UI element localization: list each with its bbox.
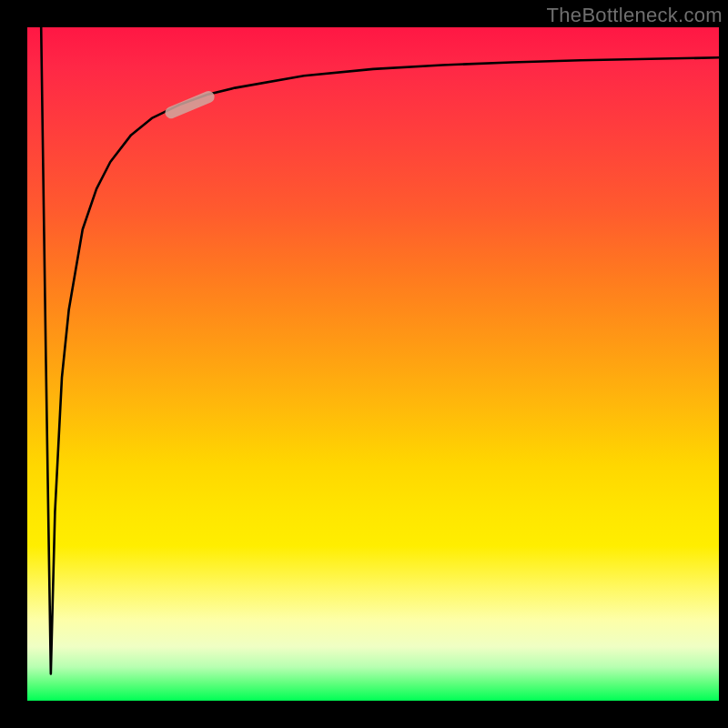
- highlight-pill: [163, 89, 216, 120]
- watermark-text: TheBottleneck.com: [547, 4, 723, 27]
- plot-area: [27, 27, 719, 701]
- chart-stage: TheBottleneck.com: [0, 0, 728, 728]
- bottleneck-curve: [41, 27, 719, 673]
- curve-layer: [27, 27, 719, 701]
- svg-rect-0: [163, 89, 216, 120]
